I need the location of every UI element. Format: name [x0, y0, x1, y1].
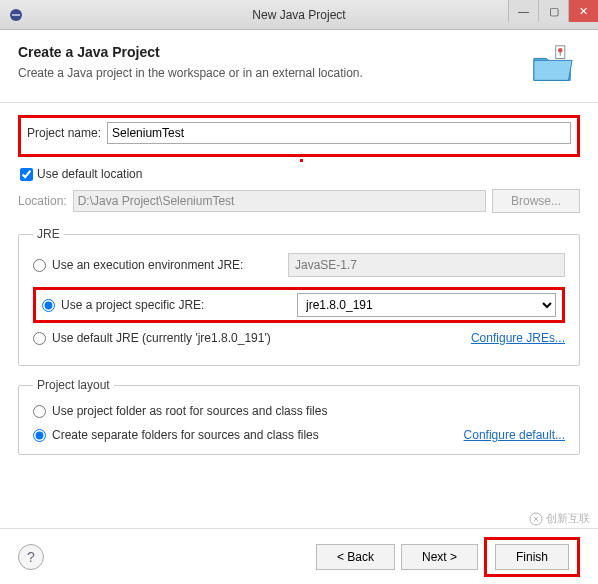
jre-specific-combo[interactable]: jre1.8.0_191: [297, 293, 556, 317]
jre-specific-label: Use a project specific JRE:: [61, 298, 291, 312]
layout-separate-radio[interactable]: [33, 429, 46, 442]
layout-root-radio[interactable]: [33, 405, 46, 418]
back-button[interactable]: < Back: [316, 544, 395, 570]
jre-exec-env-combo: JavaSE-1.7: [288, 253, 565, 277]
layout-separate-label: Create separate folders for sources and …: [52, 428, 458, 442]
project-name-highlight: Project name:: [18, 115, 580, 157]
jre-exec-env-value: JavaSE-1.7: [295, 258, 357, 272]
window-controls: — ▢ ✕: [508, 0, 598, 22]
minimize-button[interactable]: —: [508, 0, 538, 22]
jre-group: JRE Use an execution environment JRE: Ja…: [18, 227, 580, 366]
project-layout-group: Project layout Use project folder as roo…: [18, 378, 580, 455]
use-default-location-checkbox[interactable]: [20, 168, 33, 181]
watermark-text: 创新互联: [546, 511, 590, 526]
configure-default-link[interactable]: Configure default...: [464, 428, 565, 442]
project-name-label: Project name:: [27, 126, 101, 140]
finish-button[interactable]: Finish: [495, 544, 569, 570]
jre-legend: JRE: [33, 227, 64, 241]
jre-default-label: Use default JRE (currently 'jre1.8.0_191…: [52, 331, 465, 345]
configure-jres-link[interactable]: Configure JREs...: [471, 331, 565, 345]
watermark: 创新互联: [529, 511, 590, 526]
jre-exec-env-radio[interactable]: [33, 259, 46, 272]
help-button[interactable]: ?: [18, 544, 44, 570]
layout-root-label: Use project folder as root for sources a…: [52, 404, 327, 418]
dialog-header: Create a Java Project Create a Java proj…: [0, 30, 598, 103]
svg-point-2: [558, 48, 563, 53]
use-default-location-label: Use default location: [37, 167, 142, 181]
location-input: [73, 190, 486, 212]
jre-default-radio[interactable]: [33, 332, 46, 345]
project-layout-legend: Project layout: [33, 378, 114, 392]
annotation-dot: [300, 159, 303, 162]
button-bar: ? < Back Next > Finish Cancel: [0, 528, 598, 584]
project-name-input[interactable]: [107, 122, 571, 144]
browse-button: Browse...: [492, 189, 580, 213]
page-subtitle: Create a Java project in the workspace o…: [18, 66, 530, 80]
finish-highlight: Finish: [484, 537, 580, 577]
jre-specific-highlight: Use a project specific JRE: jre1.8.0_191: [33, 287, 565, 323]
jre-specific-radio[interactable]: [42, 299, 55, 312]
dialog-content: Project name: Use default location Locat…: [0, 103, 598, 475]
jre-exec-env-label: Use an execution environment JRE:: [52, 258, 282, 272]
page-title: Create a Java Project: [18, 44, 530, 60]
close-button[interactable]: ✕: [568, 0, 598, 22]
title-bar: New Java Project — ▢ ✕: [0, 0, 598, 30]
location-label: Location:: [18, 194, 67, 208]
next-button[interactable]: Next >: [401, 544, 478, 570]
maximize-button[interactable]: ▢: [538, 0, 568, 22]
folder-icon: [530, 44, 580, 88]
